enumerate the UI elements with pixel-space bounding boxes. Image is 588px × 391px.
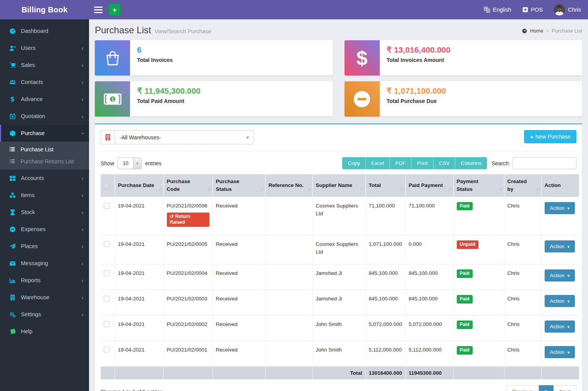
table-body: 19-04-2021PU/2021/02/0006↺Return RaisedR… [101,197,579,367]
row-checkbox[interactable] [104,296,110,302]
action-button[interactable]: Action ▾ [545,240,575,252]
row-checkbox[interactable] [104,241,110,247]
avatar [554,4,565,15]
supplier-name-cell: Cosmex Suppliers Ltd [312,197,365,235]
column-header-reference-no[interactable]: Reference No.↓↑ [265,174,312,197]
sidebar-item-items[interactable]: Items‹ [0,187,89,204]
breadcrumb-home[interactable]: Home [530,28,543,34]
quick-add-button[interactable]: + [108,3,121,16]
export-copy-button[interactable]: Copy [342,157,366,169]
sidebar-item-warehouse[interactable]: Warehouse‹ [0,289,89,306]
sort-icon[interactable]: ↓↑ [400,186,403,193]
export-excel-button[interactable]: Excel [366,157,390,169]
user-menu[interactable]: Chris [554,4,581,15]
sidebar-item-quotation[interactable]: Quotation‹ [0,108,89,125]
sort-icon[interactable]: ↓↑ [158,186,161,193]
sidebar-item-label: Accounts [21,175,44,181]
search-input[interactable] [513,157,576,169]
select-all-checkbox[interactable] [104,183,110,189]
sidebar-item-help[interactable]: Help [0,323,89,340]
sort-icon[interactable]: ↓↑ [260,186,263,193]
pagination-page-1[interactable]: 1 [539,385,554,391]
sort-icon[interactable]: ↓↑ [536,186,539,193]
action-button[interactable]: Action ▾ [545,321,575,333]
export-columns-button[interactable]: Columns [455,157,487,169]
sidebar-item-reports[interactable]: Reports‹ [0,272,89,289]
column-header-paid-payment[interactable]: Paid Payment↓↑ [405,174,453,197]
column-header-purchase-date[interactable]: Purchase Date↓↑ [115,174,163,197]
sidebar-item-accounts[interactable]: Accounts‹ [0,170,89,187]
column-header-payment-status[interactable]: Payment Status↓↑ [453,174,504,197]
sort-icon[interactable]: ↓↑ [448,186,451,193]
column-header-purchase-code[interactable]: Purchase Code↓↑ [163,174,213,197]
sidebar-toggle-icon[interactable] [94,7,103,13]
row-checkbox[interactable] [104,347,110,353]
sidebar-item-purchase[interactable]: Purchase‹ [0,125,89,142]
sidebar-item-stock[interactable]: Stock‹ [0,204,89,221]
entries-select[interactable]: 10 ▾ [118,158,142,169]
purchase-code: PU/2021/02/0006 [167,202,209,210]
card-value: 6 [137,45,173,55]
row-checkbox[interactable] [104,270,110,276]
total-cell: 5,112,000.000 [365,341,405,367]
navbar-right: English POS Chris [484,4,581,15]
row-checkbox[interactable] [104,203,110,209]
column-header-total[interactable]: Total↓↑ [365,174,405,197]
sidebar-item-purchase-list[interactable]: Purchase List [0,143,89,155]
warehouse-select[interactable]: -All Warehouses- ▾ [101,130,254,144]
caret-down-icon: ▾ [567,324,570,329]
language-menu[interactable]: English [484,7,511,13]
action-button[interactable]: Action ▾ [545,295,575,307]
sidebar-item-label: Sales [21,62,35,68]
export-pdf-button[interactable]: PDF [390,157,411,169]
reference-no-cell [265,264,312,290]
sidebar-item-contacts[interactable]: Contacts‹ [0,74,89,91]
action-button[interactable]: Action ▾ [545,269,575,281]
sidebar-item-messaging[interactable]: Messaging‹ [0,255,89,272]
sort-icon[interactable]: ↓↑ [207,186,211,193]
totals-total-value: 13016400.000 [365,367,405,380]
plus-icon: + [530,134,533,140]
row-select-cell [101,264,115,290]
warehouse-building-icon [101,130,115,144]
sidebar-item-expenses[interactable]: Expenses‹ [0,221,89,238]
sort-icon[interactable]: ↓↑ [499,186,502,193]
purchase-code: PU/2021/02/0005 [167,240,209,248]
warehouse-dropdown[interactable]: -All Warehouses- ▾ [115,130,254,144]
sidebar-item-places[interactable]: Places‹ [0,238,89,255]
column-header-purchase-status[interactable]: Purchase Status↓↑ [213,174,265,197]
sidebar-item-label: Purchase [21,130,45,136]
sidebar-item-users[interactable]: Users‹ [0,39,89,57]
bag-icon [95,40,130,75]
sidebar-item-sales[interactable]: Sales‹ [0,57,89,74]
sort-icon[interactable]: ↓↑ [307,186,310,193]
column-label: Paid Payment [409,182,443,188]
pagination-previous[interactable]: Previous [506,385,539,391]
caret-down-icon: ▾ [567,299,570,304]
purchase-date-cell: 19-04-2021 [115,264,163,290]
supplier-name-cell: Jamshed Ji [312,264,365,290]
export-print-button[interactable]: Print [411,157,434,169]
action-button[interactable]: Action ▾ [545,346,575,358]
column-header-created-by[interactable]: Created by↓↑ [504,174,541,197]
brand-title: Billing Book [21,5,67,14]
main-area: + English POS Chris Purchase List [89,0,588,391]
export-csv-button[interactable]: CSV [434,157,456,169]
pos-button[interactable]: POS [522,7,543,13]
pagination-next[interactable]: Next [554,385,576,391]
totals-empty [541,367,579,380]
sort-icon[interactable]: ↓↑ [360,186,363,193]
new-purchase-button[interactable]: + New Purchase [524,130,576,143]
action-button[interactable]: Action ▾ [545,202,575,214]
sidebar-menu: DashboardUsers‹Sales‹Contacts‹$Advance‹Q… [0,19,89,340]
sidebar-item-advance[interactable]: $Advance‹ [0,91,89,108]
sidebar-item-settings[interactable]: Settings‹ [0,306,89,323]
brand-logo[interactable]: Billing Book [0,0,89,19]
select-arrow-icon: ▾ [133,158,141,169]
row-checkbox[interactable] [104,321,110,327]
column-header-supplier-name[interactable]: Supplier Name↓↑ [312,174,365,197]
purchase-code: PU/2021/02/0001 [167,346,209,354]
sidebar-item-dashboard[interactable]: Dashboard [0,22,89,39]
entries-label: entries [145,160,161,166]
sidebar-item-purchase-returns-list[interactable]: Purchase Returns List [0,155,89,167]
